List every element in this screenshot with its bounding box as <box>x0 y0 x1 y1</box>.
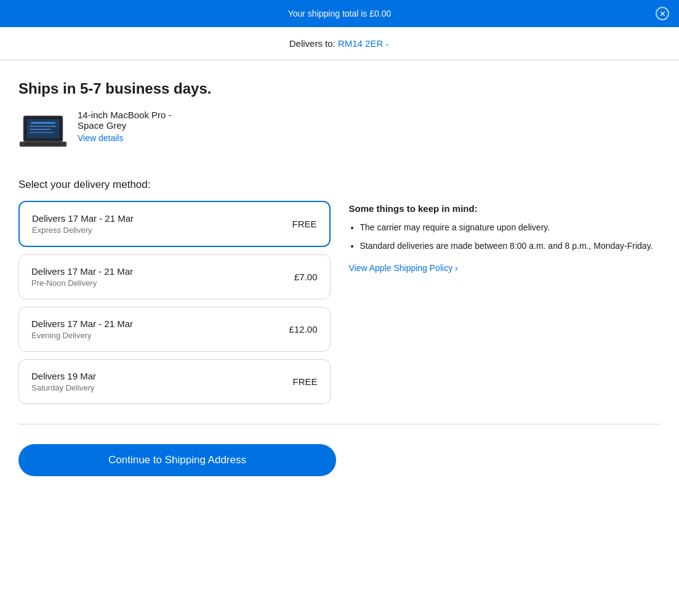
shipping-policy-link[interactable]: View Apple Shipping Policy › <box>349 263 458 273</box>
evening-price: £12.00 <box>289 324 318 334</box>
evening-title: Delivers 17 Mar - 21 Mar <box>31 318 133 329</box>
evening-info: Delivers 17 Mar - 21 Mar Evening Deliver… <box>31 318 133 340</box>
prenoon-subtitle: Pre-Noon Delivery <box>31 278 133 288</box>
saturday-info: Delivers 19 Mar Saturday Delivery <box>31 371 96 392</box>
svg-rect-7 <box>30 126 57 127</box>
saturday-subtitle: Saturday Delivery <box>31 383 96 392</box>
delivery-section-label: Select your delivery method: <box>18 179 661 191</box>
express-title: Delivers 17 Mar - 21 Mar <box>32 213 134 224</box>
macbook-pro-icon <box>18 115 68 155</box>
svg-rect-4 <box>39 140 47 142</box>
banner-close-button[interactable]: ✕ <box>656 7 669 20</box>
postcode-link[interactable]: RM14 2ER ⌄ <box>338 38 390 49</box>
svg-rect-3 <box>25 143 62 145</box>
chevron-down-icon: ⌄ <box>385 40 390 47</box>
svg-rect-8 <box>30 129 51 130</box>
product-image <box>18 110 68 159</box>
info-item-hours: Standard deliveries are made between 8:0… <box>360 240 661 252</box>
saturday-price: FREE <box>292 376 317 387</box>
product-info: 14-inch MacBook Pro -Space Grey View det… <box>78 110 172 143</box>
svg-rect-6 <box>31 122 55 124</box>
view-details-link[interactable]: View details <box>78 133 172 143</box>
delivers-to-label: Delivers to: <box>289 38 335 49</box>
saturday-title: Delivers 19 Mar <box>31 371 96 381</box>
delivery-options: Delivers 17 Mar - 21 Mar Express Deliver… <box>18 201 331 404</box>
prenoon-price: £7.00 <box>294 272 318 282</box>
prenoon-info: Delivers 17 Mar - 21 Mar Pre-Noon Delive… <box>31 266 133 288</box>
product-row: 14-inch MacBook Pro -Space Grey View det… <box>18 110 661 159</box>
ships-title: Ships in 5-7 business days. <box>18 60 661 110</box>
main-content: Ships in 5-7 business days. <box>0 60 679 476</box>
delivers-to-bar: Delivers to: RM14 2ER ⌄ <box>0 27 679 60</box>
close-icon: ✕ <box>656 7 669 20</box>
shipping-banner: Your shipping total is £0.00 ✕ <box>0 0 679 27</box>
delivery-card-evening[interactable]: Delivers 17 Mar - 21 Mar Evening Deliver… <box>18 307 331 352</box>
express-price: FREE <box>292 219 316 229</box>
evening-subtitle: Evening Delivery <box>31 331 133 340</box>
two-col-layout: Delivers 17 Mar - 21 Mar Express Deliver… <box>18 201 661 404</box>
delivery-card-saturday[interactable]: Delivers 19 Mar Saturday Delivery FREE <box>18 359 331 404</box>
postcode-value: RM14 2ER <box>338 38 383 49</box>
info-panel-title: Some things to keep in mind: <box>349 203 661 214</box>
info-list: The carrier may require a signature upon… <box>349 221 661 253</box>
express-info: Delivers 17 Mar - 21 Mar Express Deliver… <box>32 213 134 235</box>
section-divider <box>18 424 661 424</box>
delivery-card-prenoon[interactable]: Delivers 17 Mar - 21 Mar Pre-Noon Delive… <box>18 254 331 299</box>
banner-text: Your shipping total is £0.00 <box>288 9 392 18</box>
info-panel: Some things to keep in mind: The carrier… <box>349 201 661 274</box>
product-name: 14-inch MacBook Pro -Space Grey <box>78 110 172 131</box>
continue-button[interactable]: Continue to Shipping Address <box>18 444 336 476</box>
prenoon-title: Delivers 17 Mar - 21 Mar <box>31 266 133 277</box>
express-subtitle: Express Delivery <box>32 225 134 235</box>
svg-rect-9 <box>30 132 54 133</box>
info-item-signature: The carrier may require a signature upon… <box>360 221 661 233</box>
delivery-card-express[interactable]: Delivers 17 Mar - 21 Mar Express Deliver… <box>18 201 331 247</box>
